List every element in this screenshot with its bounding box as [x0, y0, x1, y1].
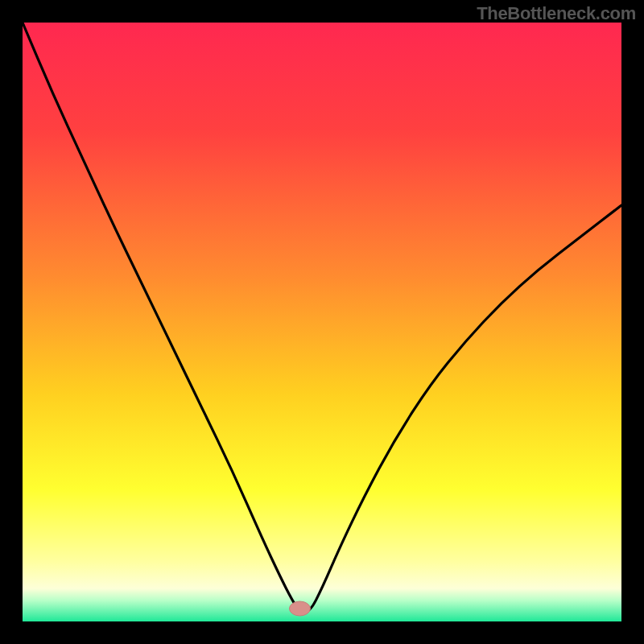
chart-frame: TheBottleneck.com — [0, 0, 644, 644]
watermark-text: TheBottleneck.com — [477, 3, 636, 24]
plot-area — [23, 23, 621, 621]
bottleneck-chart — [0, 0, 644, 644]
optimal-point-marker — [289, 601, 310, 616]
